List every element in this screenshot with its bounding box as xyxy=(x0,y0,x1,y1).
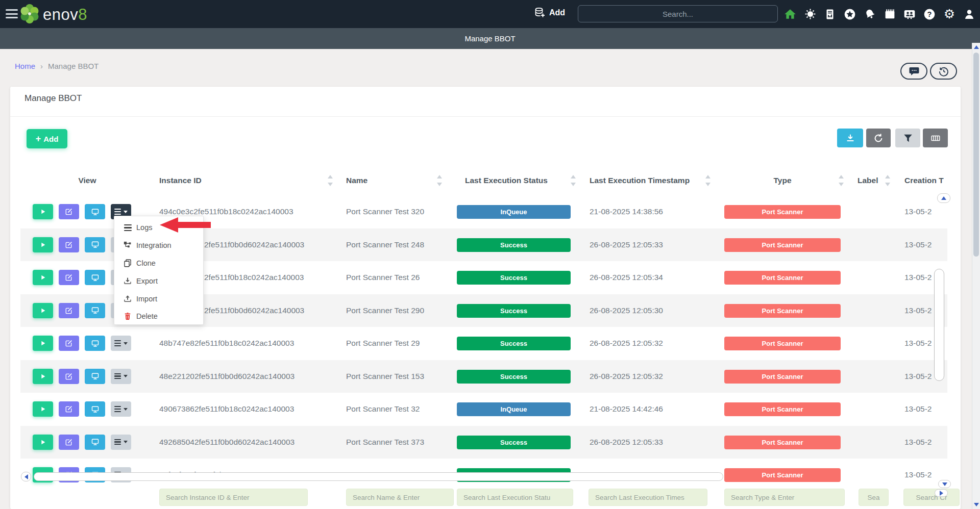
column-header-creation-timestamp[interactable]: Creation T xyxy=(904,171,944,190)
import-upload-icon xyxy=(123,294,132,303)
table-scroll-down-button[interactable] xyxy=(938,480,951,488)
monitor-button[interactable] xyxy=(85,237,105,252)
column-header-type[interactable]: Type xyxy=(724,171,841,190)
sort-arrows-name[interactable] xyxy=(437,174,442,187)
monitor-button[interactable] xyxy=(85,435,105,450)
star-circle-icon[interactable] xyxy=(843,8,856,21)
history-button[interactable] xyxy=(930,63,957,80)
add-entity-button[interactable]: Add xyxy=(534,7,565,19)
sort-arrows-status[interactable] xyxy=(571,174,576,187)
add-button[interactable]: + Add xyxy=(27,129,67,148)
filter-status-input[interactable] xyxy=(457,489,573,506)
enov8-logo[interactable]: enov8 xyxy=(18,3,87,27)
run-button[interactable] xyxy=(33,336,53,351)
column-header-last-execution-status[interactable]: Last Execution Status xyxy=(465,171,548,190)
name-cell: Port Scanner Test 153 xyxy=(346,360,463,393)
run-button[interactable] xyxy=(33,204,53,219)
row-menu-button[interactable] xyxy=(111,401,131,417)
edit-button[interactable] xyxy=(59,204,79,219)
help-icon[interactable]: ? xyxy=(923,8,936,21)
row-menu-button[interactable] xyxy=(111,435,131,450)
row-menu-button[interactable] xyxy=(111,369,131,384)
column-header-view[interactable]: View xyxy=(62,171,113,190)
type-badge: Port Scanner xyxy=(724,238,841,252)
download-button[interactable] xyxy=(837,129,863,147)
edit-button[interactable] xyxy=(59,303,79,318)
menu-item-clone[interactable]: Clone xyxy=(114,254,203,272)
filter-type-input[interactable] xyxy=(724,489,845,506)
global-search-input[interactable] xyxy=(578,5,778,22)
monitor-button[interactable] xyxy=(85,336,105,351)
status-badge: InQueue xyxy=(457,205,571,219)
refresh-button[interactable] xyxy=(866,129,891,147)
hamburger-menu-icon[interactable] xyxy=(6,9,18,19)
creation-cell: 13-05-2 xyxy=(904,228,961,262)
menu-item-integration[interactable]: Integration xyxy=(114,237,203,254)
sort-arrows-label[interactable] xyxy=(885,174,890,187)
edit-button[interactable] xyxy=(59,369,79,384)
run-button[interactable] xyxy=(33,435,53,450)
edit-pencil-icon xyxy=(65,405,73,413)
edit-button[interactable] xyxy=(59,435,79,450)
run-button[interactable] xyxy=(33,237,53,252)
profile-icon[interactable] xyxy=(963,8,976,21)
table-scroll-up-button[interactable] xyxy=(937,193,950,203)
edit-pencil-icon xyxy=(65,339,73,347)
run-button[interactable] xyxy=(33,401,53,417)
menu-item-import[interactable]: Import xyxy=(114,290,203,308)
run-button[interactable] xyxy=(33,270,53,285)
breadcrumb-separator: › xyxy=(40,62,43,70)
report-document-icon[interactable] xyxy=(823,8,837,21)
edit-button[interactable] xyxy=(59,237,79,252)
monitor-button[interactable] xyxy=(85,401,105,417)
column-header-label[interactable]: Label xyxy=(857,171,878,190)
filter-button[interactable] xyxy=(895,129,920,147)
theme-sun-icon[interactable] xyxy=(803,8,817,21)
column-header-instance-id[interactable]: Instance ID xyxy=(159,171,202,190)
edit-button[interactable] xyxy=(59,270,79,285)
menu-lines-icon xyxy=(114,406,121,412)
monitor-button[interactable] xyxy=(85,303,105,318)
run-button[interactable] xyxy=(33,369,53,384)
table-scroll-right-button[interactable] xyxy=(935,489,948,497)
monitor-button[interactable] xyxy=(85,270,105,285)
table-row: 48e221202fe511f0b0d60242ac140003 Port Sc… xyxy=(10,360,961,393)
column-header-last-execution-timestamp[interactable]: Last Execution Timestamp xyxy=(590,171,690,190)
home-icon[interactable] xyxy=(783,8,797,21)
filter-label-input[interactable] xyxy=(859,489,889,506)
comments-button[interactable] xyxy=(900,63,927,80)
filter-instance-id-input[interactable] xyxy=(159,489,308,506)
menu-item-delete[interactable]: Delete xyxy=(114,308,203,325)
type-badge: Port Scanner xyxy=(724,436,841,449)
column-header-name[interactable]: Name xyxy=(346,171,368,190)
calendar-icon[interactable] xyxy=(883,8,896,21)
monitor-button[interactable] xyxy=(85,204,105,219)
sort-arrows-timestamp[interactable] xyxy=(705,174,710,187)
filter-name-input[interactable] xyxy=(346,489,454,506)
sort-arrows-instance-id[interactable] xyxy=(328,174,333,187)
notifications-bell-icon[interactable] xyxy=(863,8,876,21)
filter-timestamp-input[interactable] xyxy=(589,489,707,506)
creation-cell: 13-05-2 xyxy=(904,393,961,426)
monitor-button[interactable] xyxy=(85,369,105,384)
columns-button[interactable] xyxy=(923,129,948,147)
edit-button[interactable] xyxy=(59,336,79,351)
edit-button[interactable] xyxy=(59,401,79,417)
breadcrumb-home-link[interactable]: Home xyxy=(15,62,35,70)
page-scroll-down-icon[interactable] xyxy=(974,503,979,506)
page-scrollbar-thumb[interactable] xyxy=(973,53,979,257)
page-scroll-up-icon[interactable] xyxy=(974,45,979,49)
creation-cell: 13-05-2 xyxy=(904,426,961,459)
row-menu-button[interactable] xyxy=(111,336,131,351)
caret-down-icon xyxy=(124,342,128,345)
settings-gear-icon[interactable]: ⚙ xyxy=(943,8,956,21)
users-icon[interactable] xyxy=(903,8,916,21)
page-scrollbar[interactable] xyxy=(972,43,980,509)
run-button[interactable] xyxy=(33,303,53,318)
sort-arrows-type[interactable] xyxy=(839,174,844,187)
table-vertical-scrollbar-thumb[interactable] xyxy=(934,269,944,381)
menu-item-export[interactable]: Export xyxy=(114,272,203,290)
filter-creation-input[interactable] xyxy=(903,489,960,506)
table-scroll-left-button[interactable] xyxy=(21,472,31,481)
table-horizontal-scrollbar-thumb[interactable] xyxy=(34,472,723,481)
